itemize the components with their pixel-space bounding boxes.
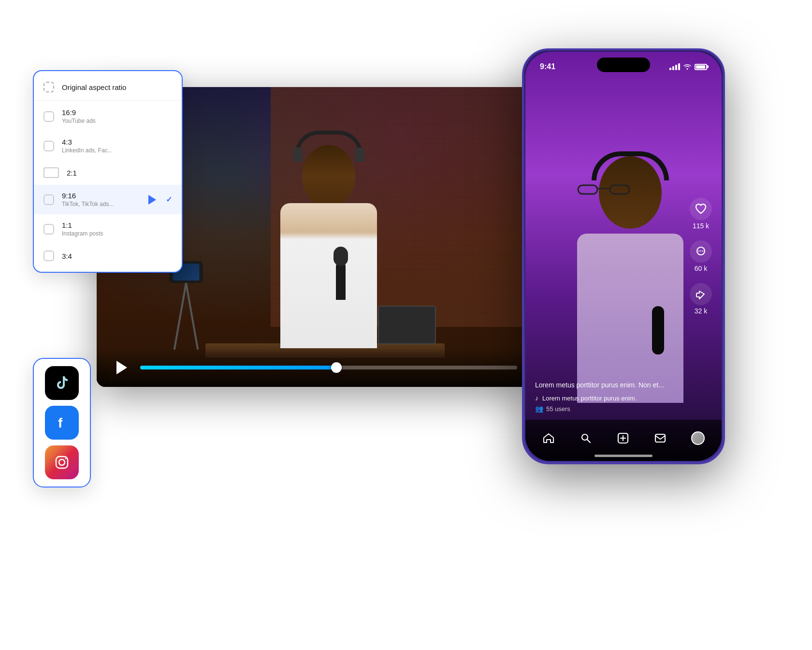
svg-rect-5 [610,185,629,194]
main-scene: Original aspect ratio 16:9 YouTube ads 4… [0,0,812,650]
aspect-item-3-4[interactable]: 3:4 [34,244,182,268]
tiktok-nav-search[interactable] [580,432,592,444]
aspect-label-original: Original aspect ratio [62,83,172,91]
tiktok-share-count: 32 k [695,307,707,315]
svg-point-3 [65,458,67,459]
aspect-label-2-1: 2:1 [67,169,172,177]
person-body [280,203,377,348]
share-icon [695,288,707,300]
aspect-subtitle-1-1: Instagram posts [62,230,172,237]
inbox-nav-icon [654,432,667,444]
signal-bars [669,63,680,70]
signal-bar-2 [672,66,674,70]
aspect-item-original[interactable]: Original aspect ratio [34,75,182,99]
battery-icon [695,64,707,70]
svg-text:f: f [58,415,63,430]
aspect-checkbox-3-4 [44,251,54,261]
tiktok-nav-add[interactable] [617,432,629,444]
svg-point-9 [700,251,701,251]
aspect-subtitle-16-9: YouTube ads [62,118,172,124]
tiktok-comment-action[interactable]: 60 k [690,240,712,272]
progress-thumb[interactable] [331,362,342,373]
play-button[interactable] [111,358,130,377]
signal-bar-3 [675,65,677,70]
phone-person-body [577,234,683,403]
aspect-checkbox-9-16 [44,194,54,205]
phone-inner: 9:41 [525,52,722,461]
tiktok-bottom-info: Lorem metus porttitor purus enim. Non et… [535,381,683,413]
aspect-text-4-3: 4:3 LinkedIn ads, Fac... [62,138,172,154]
users-icon: 👥 [535,405,543,413]
svg-point-2 [59,459,65,465]
add-nav-icon [617,432,629,444]
aspect-label-3-4: 3:4 [62,252,172,260]
profile-nav-avatar [691,431,705,445]
aspect-item-4-3[interactable]: 4:3 LinkedIn ads, Fac... [34,131,182,161]
check-mark-9-16: ✓ [166,195,172,204]
tiktok-users-count: 55 users [546,405,570,413]
aspect-label-16-9: 16:9 [62,108,172,117]
dynamic-island [597,58,650,72]
progress-bar[interactable] [140,366,517,369]
svg-point-10 [702,251,703,251]
tiktok-comment-icon-container [690,240,712,263]
aspect-label-1-1: 1:1 [62,221,172,229]
phone-time: 9:41 [540,62,555,71]
signal-bar-1 [669,68,671,70]
aspect-subtitle-4-3: LinkedIn ads, Fac... [62,147,172,154]
tiktok-platform-icon[interactable] [45,366,79,400]
facebook-platform-icon[interactable]: f [45,406,79,440]
tiktok-like-icon-container [690,198,712,220]
phone-video-person [563,147,698,413]
aspect-text-2-1: 2:1 [67,169,172,177]
person-head [302,145,355,208]
svg-rect-4 [578,185,597,194]
instagram-platform-icon[interactable] [45,445,79,479]
mic-head [334,247,348,266]
heart-icon [695,203,707,215]
tiktok-nav-profile[interactable] [691,431,705,445]
phone-mic [652,306,664,355]
tiktok-like-action[interactable]: 115 k [690,198,712,230]
tripod-leg-2 [174,283,187,350]
aspect-item-16-9[interactable]: 16:9 YouTube ads [34,102,182,131]
svg-rect-16 [655,434,665,442]
tiktok-share-action[interactable]: 32 k [690,283,712,315]
person-silhouette [256,131,401,348]
music-note-icon: ♪ [535,394,538,402]
aspect-item-2-1[interactable]: 2:1 [34,161,182,185]
tiktok-like-count: 115 k [693,222,709,230]
facebook-svg: f [53,414,71,431]
aspect-item-9-16[interactable]: 9:16 TikTok, TikTok ads... ✓ [34,185,182,214]
social-platforms-panel: f [33,358,91,488]
aspect-text-3-4: 3:4 [62,252,172,260]
status-icons [669,63,707,70]
home-nav-icon [542,432,555,444]
battery-fill [696,65,705,69]
tiktok-svg [53,374,71,392]
phone-mockup: 9:41 [522,48,725,464]
phone-screen: 9:41 [525,52,722,461]
tiktok-users-info: 👥 55 users [535,405,683,413]
aspect-subtitle-9-16: TikTok, TikTok ads... [62,201,141,207]
comment-icon [695,245,707,258]
instagram-svg [53,454,71,471]
phone-glasses-svg [577,183,630,195]
svg-point-8 [698,251,699,251]
aspect-checkbox-4-3 [44,141,54,151]
aspect-checkbox-original [44,82,54,92]
aspect-text-original: Original aspect ratio [62,83,172,91]
tiktok-nav-home[interactable] [542,432,555,444]
tiktok-comment-count: 60 k [695,265,707,272]
microphone [336,261,346,300]
aspect-label-9-16: 9:16 [62,192,141,200]
tiktok-nav-inbox[interactable] [654,432,667,444]
aspect-ratio-panel: Original aspect ratio 16:9 YouTube ads 4… [33,70,183,273]
home-indicator [594,455,652,457]
aspect-item-1-1[interactable]: 1:1 Instagram posts [34,214,182,244]
aspect-divider-1 [34,100,182,101]
play-icon [116,361,127,374]
tiktok-share-icon-container [690,283,712,305]
search-nav-icon [580,432,592,444]
aspect-text-16-9: 16:9 YouTube ads [62,108,172,124]
